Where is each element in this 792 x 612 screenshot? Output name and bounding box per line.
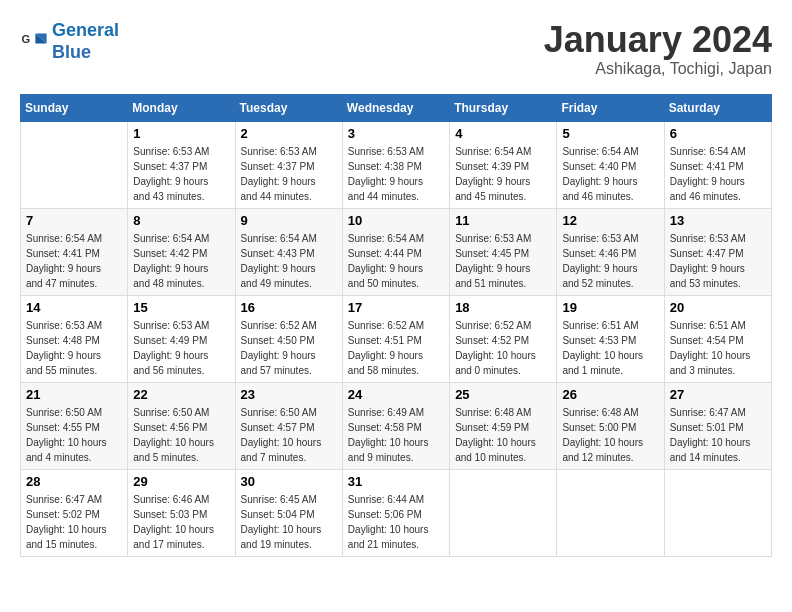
weekday-header-row: SundayMondayTuesdayWednesdayThursdayFrid… xyxy=(21,94,772,121)
day-info: Sunrise: 6:51 AM Sunset: 4:54 PM Dayligh… xyxy=(670,318,766,378)
day-number: 8 xyxy=(133,213,229,228)
calendar-week-4: 21Sunrise: 6:50 AM Sunset: 4:55 PM Dayli… xyxy=(21,382,772,469)
calendar-cell xyxy=(664,469,771,556)
day-number: 1 xyxy=(133,126,229,141)
calendar-cell: 28Sunrise: 6:47 AM Sunset: 5:02 PM Dayli… xyxy=(21,469,128,556)
calendar-cell xyxy=(450,469,557,556)
logo-icon: G xyxy=(20,28,48,56)
svg-text:G: G xyxy=(21,33,30,45)
calendar-cell: 27Sunrise: 6:47 AM Sunset: 5:01 PM Dayli… xyxy=(664,382,771,469)
calendar-week-5: 28Sunrise: 6:47 AM Sunset: 5:02 PM Dayli… xyxy=(21,469,772,556)
calendar-cell: 4Sunrise: 6:54 AM Sunset: 4:39 PM Daylig… xyxy=(450,121,557,208)
day-number: 17 xyxy=(348,300,444,315)
weekday-header-saturday: Saturday xyxy=(664,94,771,121)
day-number: 22 xyxy=(133,387,229,402)
logo: G General Blue xyxy=(20,20,119,63)
calendar-cell: 14Sunrise: 6:53 AM Sunset: 4:48 PM Dayli… xyxy=(21,295,128,382)
day-info: Sunrise: 6:47 AM Sunset: 5:02 PM Dayligh… xyxy=(26,492,122,552)
weekday-header-tuesday: Tuesday xyxy=(235,94,342,121)
day-number: 2 xyxy=(241,126,337,141)
day-number: 21 xyxy=(26,387,122,402)
day-info: Sunrise: 6:53 AM Sunset: 4:46 PM Dayligh… xyxy=(562,231,658,291)
title-area: January 2024 Ashikaga, Tochigi, Japan xyxy=(544,20,772,78)
day-number: 24 xyxy=(348,387,444,402)
day-info: Sunrise: 6:52 AM Sunset: 4:51 PM Dayligh… xyxy=(348,318,444,378)
day-info: Sunrise: 6:54 AM Sunset: 4:39 PM Dayligh… xyxy=(455,144,551,204)
day-number: 4 xyxy=(455,126,551,141)
day-number: 7 xyxy=(26,213,122,228)
calendar-cell: 22Sunrise: 6:50 AM Sunset: 4:56 PM Dayli… xyxy=(128,382,235,469)
calendar-cell: 12Sunrise: 6:53 AM Sunset: 4:46 PM Dayli… xyxy=(557,208,664,295)
calendar-cell: 3Sunrise: 6:53 AM Sunset: 4:38 PM Daylig… xyxy=(342,121,449,208)
day-number: 15 xyxy=(133,300,229,315)
day-info: Sunrise: 6:46 AM Sunset: 5:03 PM Dayligh… xyxy=(133,492,229,552)
day-number: 30 xyxy=(241,474,337,489)
calendar-cell: 2Sunrise: 6:53 AM Sunset: 4:37 PM Daylig… xyxy=(235,121,342,208)
logo-text: General Blue xyxy=(52,20,119,63)
day-info: Sunrise: 6:50 AM Sunset: 4:55 PM Dayligh… xyxy=(26,405,122,465)
day-number: 10 xyxy=(348,213,444,228)
day-info: Sunrise: 6:54 AM Sunset: 4:41 PM Dayligh… xyxy=(670,144,766,204)
weekday-header-friday: Friday xyxy=(557,94,664,121)
day-number: 13 xyxy=(670,213,766,228)
day-info: Sunrise: 6:51 AM Sunset: 4:53 PM Dayligh… xyxy=(562,318,658,378)
day-number: 16 xyxy=(241,300,337,315)
calendar-cell: 26Sunrise: 6:48 AM Sunset: 5:00 PM Dayli… xyxy=(557,382,664,469)
day-info: Sunrise: 6:52 AM Sunset: 4:50 PM Dayligh… xyxy=(241,318,337,378)
calendar-cell: 13Sunrise: 6:53 AM Sunset: 4:47 PM Dayli… xyxy=(664,208,771,295)
calendar-cell: 15Sunrise: 6:53 AM Sunset: 4:49 PM Dayli… xyxy=(128,295,235,382)
weekday-header-thursday: Thursday xyxy=(450,94,557,121)
calendar-cell xyxy=(21,121,128,208)
calendar-cell: 1Sunrise: 6:53 AM Sunset: 4:37 PM Daylig… xyxy=(128,121,235,208)
day-info: Sunrise: 6:53 AM Sunset: 4:37 PM Dayligh… xyxy=(241,144,337,204)
day-info: Sunrise: 6:53 AM Sunset: 4:45 PM Dayligh… xyxy=(455,231,551,291)
day-info: Sunrise: 6:48 AM Sunset: 5:00 PM Dayligh… xyxy=(562,405,658,465)
calendar-cell: 18Sunrise: 6:52 AM Sunset: 4:52 PM Dayli… xyxy=(450,295,557,382)
day-number: 12 xyxy=(562,213,658,228)
calendar-cell xyxy=(557,469,664,556)
location-title: Ashikaga, Tochigi, Japan xyxy=(544,60,772,78)
day-info: Sunrise: 6:49 AM Sunset: 4:58 PM Dayligh… xyxy=(348,405,444,465)
day-info: Sunrise: 6:53 AM Sunset: 4:49 PM Dayligh… xyxy=(133,318,229,378)
day-number: 11 xyxy=(455,213,551,228)
day-info: Sunrise: 6:44 AM Sunset: 5:06 PM Dayligh… xyxy=(348,492,444,552)
calendar-week-3: 14Sunrise: 6:53 AM Sunset: 4:48 PM Dayli… xyxy=(21,295,772,382)
day-info: Sunrise: 6:53 AM Sunset: 4:38 PM Dayligh… xyxy=(348,144,444,204)
day-number: 23 xyxy=(241,387,337,402)
day-number: 25 xyxy=(455,387,551,402)
month-title: January 2024 xyxy=(544,20,772,60)
calendar-cell: 9Sunrise: 6:54 AM Sunset: 4:43 PM Daylig… xyxy=(235,208,342,295)
calendar-cell: 20Sunrise: 6:51 AM Sunset: 4:54 PM Dayli… xyxy=(664,295,771,382)
day-info: Sunrise: 6:53 AM Sunset: 4:47 PM Dayligh… xyxy=(670,231,766,291)
calendar-cell: 16Sunrise: 6:52 AM Sunset: 4:50 PM Dayli… xyxy=(235,295,342,382)
calendar-cell: 21Sunrise: 6:50 AM Sunset: 4:55 PM Dayli… xyxy=(21,382,128,469)
day-info: Sunrise: 6:53 AM Sunset: 4:48 PM Dayligh… xyxy=(26,318,122,378)
calendar-cell: 7Sunrise: 6:54 AM Sunset: 4:41 PM Daylig… xyxy=(21,208,128,295)
calendar-cell: 17Sunrise: 6:52 AM Sunset: 4:51 PM Dayli… xyxy=(342,295,449,382)
logo-general: General xyxy=(52,20,119,40)
day-info: Sunrise: 6:50 AM Sunset: 4:56 PM Dayligh… xyxy=(133,405,229,465)
day-info: Sunrise: 6:54 AM Sunset: 4:44 PM Dayligh… xyxy=(348,231,444,291)
day-info: Sunrise: 6:50 AM Sunset: 4:57 PM Dayligh… xyxy=(241,405,337,465)
day-number: 6 xyxy=(670,126,766,141)
day-number: 5 xyxy=(562,126,658,141)
calendar-cell: 11Sunrise: 6:53 AM Sunset: 4:45 PM Dayli… xyxy=(450,208,557,295)
day-number: 9 xyxy=(241,213,337,228)
day-number: 31 xyxy=(348,474,444,489)
day-info: Sunrise: 6:54 AM Sunset: 4:42 PM Dayligh… xyxy=(133,231,229,291)
calendar-cell: 25Sunrise: 6:48 AM Sunset: 4:59 PM Dayli… xyxy=(450,382,557,469)
day-number: 19 xyxy=(562,300,658,315)
calendar-week-1: 1Sunrise: 6:53 AM Sunset: 4:37 PM Daylig… xyxy=(21,121,772,208)
day-number: 18 xyxy=(455,300,551,315)
calendar-cell: 24Sunrise: 6:49 AM Sunset: 4:58 PM Dayli… xyxy=(342,382,449,469)
day-number: 14 xyxy=(26,300,122,315)
logo-blue: Blue xyxy=(52,42,91,62)
calendar-cell: 30Sunrise: 6:45 AM Sunset: 5:04 PM Dayli… xyxy=(235,469,342,556)
day-info: Sunrise: 6:54 AM Sunset: 4:40 PM Dayligh… xyxy=(562,144,658,204)
day-info: Sunrise: 6:47 AM Sunset: 5:01 PM Dayligh… xyxy=(670,405,766,465)
calendar-table: SundayMondayTuesdayWednesdayThursdayFrid… xyxy=(20,94,772,557)
day-number: 20 xyxy=(670,300,766,315)
calendar-cell: 5Sunrise: 6:54 AM Sunset: 4:40 PM Daylig… xyxy=(557,121,664,208)
calendar-cell: 6Sunrise: 6:54 AM Sunset: 4:41 PM Daylig… xyxy=(664,121,771,208)
weekday-header-wednesday: Wednesday xyxy=(342,94,449,121)
